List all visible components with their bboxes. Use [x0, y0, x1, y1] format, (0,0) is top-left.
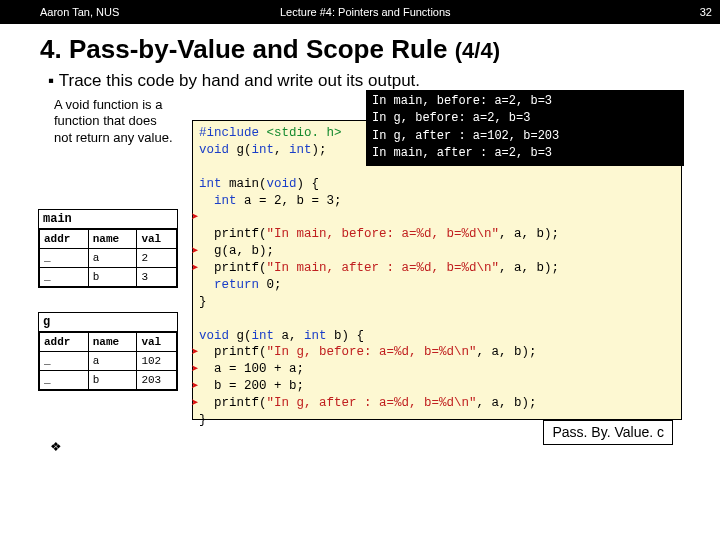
- col-addr: addr: [40, 230, 89, 249]
- output-line: In g, after : a=102, b=203: [372, 129, 559, 143]
- square-bullet-icon: ▪: [48, 71, 59, 90]
- page-number: 32: [672, 6, 712, 18]
- table-g-grid: addr name val _ a 102 _ b 203: [39, 332, 177, 390]
- author-label: Aaron Tan, NUS: [40, 6, 240, 18]
- slide-header: Aaron Tan, NUS Lecture #4: Pointers and …: [0, 0, 720, 24]
- diamond-bullet-icon: ❖: [50, 439, 62, 454]
- title-number: 4.: [40, 34, 62, 64]
- instruction-line: ▪ Trace this code by hand and write out …: [48, 71, 720, 91]
- table-main: main addr name val _ a 2 _ b 3: [38, 209, 178, 288]
- content-area: A void function is a function that does …: [0, 97, 720, 540]
- table-row: addr name val: [40, 333, 177, 352]
- title-text: Pass-by-Value and Scope Rule: [69, 34, 448, 64]
- output-line: In main, after : a=2, b=3: [372, 146, 552, 160]
- lecture-title: Lecture #4: Pointers and Functions: [240, 6, 672, 18]
- table-g: g addr name val _ a 102 _ b 203: [38, 312, 178, 391]
- col-addr: addr: [40, 333, 89, 352]
- pointer-arrow-icon: ➤: [191, 361, 199, 379]
- pointer-arrow-icon: ➤: [191, 260, 199, 278]
- table-row: _ a 102: [40, 352, 177, 371]
- table-row: _ a 2: [40, 249, 177, 268]
- table-row: _ b 203: [40, 371, 177, 390]
- pointer-arrow-icon: ➤: [191, 243, 199, 261]
- col-val: val: [137, 333, 177, 352]
- table-main-grid: addr name val _ a 2 _ b 3: [39, 229, 177, 287]
- pointer-arrow-icon: ➤: [191, 344, 199, 362]
- pointer-arrow-icon: ➤: [191, 378, 199, 396]
- slide-title: 4. Pass-by-Value and Scope Rule (4/4): [40, 34, 720, 65]
- file-name-tag: Pass. By. Value. c: [543, 420, 673, 445]
- pointer-arrow-icon: ➤: [191, 395, 199, 413]
- instruction-text: Trace this code by hand and write out it…: [59, 71, 420, 90]
- program-output: In main, before: a=2, b=3 In g, before: …: [366, 90, 684, 166]
- col-val: val: [137, 230, 177, 249]
- void-note: A void function is a function that does …: [54, 97, 174, 146]
- pointer-arrow-icon: ➤: [191, 209, 199, 227]
- table-row: _ b 3: [40, 268, 177, 287]
- table-row: addr name val: [40, 230, 177, 249]
- table-main-caption: main: [39, 210, 177, 229]
- col-name: name: [88, 230, 137, 249]
- table-g-caption: g: [39, 313, 177, 332]
- output-line: In g, before: a=2, b=3: [372, 111, 530, 125]
- title-suffix: (4/4): [455, 38, 500, 63]
- col-name: name: [88, 333, 137, 352]
- output-line: In main, before: a=2, b=3: [372, 94, 552, 108]
